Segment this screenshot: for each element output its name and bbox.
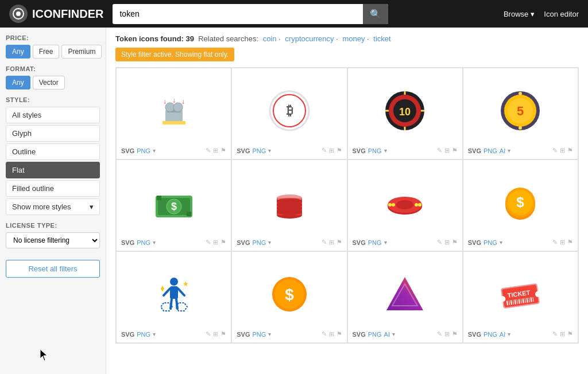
icon-card-8[interactable]: $ SVG PNG ▾ ✎ ⊞ ⚑ xyxy=(463,159,578,251)
icon-card-5[interactable]: $ SVG PNG ▾ ✎ ⊞ ⚑ xyxy=(116,159,231,251)
flag-icon-9[interactable]: ⚑ xyxy=(220,330,226,338)
format-png-7[interactable]: PNG xyxy=(368,239,382,246)
format-svg-4[interactable]: SVG xyxy=(468,147,481,154)
flag-icon-6[interactable]: ⚑ xyxy=(336,239,342,246)
icon-card-10[interactable]: $ SVG PNG ▾ ✎ ⊞ ⚑ xyxy=(231,251,347,343)
format-chevron-icon-6[interactable]: ▾ xyxy=(268,239,271,246)
collection-icon-3[interactable]: ⊞ xyxy=(444,147,450,154)
flag-icon-11[interactable]: ⚑ xyxy=(452,330,458,338)
format-svg-5[interactable]: SVG xyxy=(121,239,134,246)
format-any-button[interactable]: Any xyxy=(6,76,30,89)
style-filled-outline-button[interactable]: Filled outline xyxy=(6,180,100,197)
format-ai-12[interactable]: AI xyxy=(500,331,505,338)
format-png[interactable]: PNG xyxy=(137,147,150,154)
format-svg-10[interactable]: SVG xyxy=(237,331,250,338)
search-input[interactable] xyxy=(113,5,363,23)
format-chevron-icon-5[interactable]: ▾ xyxy=(153,239,156,246)
format-svg-9[interactable]: SVG xyxy=(121,331,134,338)
license-select[interactable]: No license filtering xyxy=(6,232,100,248)
icon-card-12[interactable]: TICKET xyxy=(463,251,578,343)
flag-icon-8[interactable]: ⚑ xyxy=(567,239,573,246)
browse-button[interactable]: Browse ▾ xyxy=(504,10,535,18)
flag-icon-12[interactable]: ⚑ xyxy=(567,330,573,338)
edit-icon-4[interactable]: ✎ xyxy=(552,147,558,154)
logo[interactable]: ICONFINDER xyxy=(9,5,103,23)
related-cryptocurrency[interactable]: cryptocurrency xyxy=(285,34,334,43)
format-png-6[interactable]: PNG xyxy=(252,239,266,246)
edit-icon-3[interactable]: ✎ xyxy=(437,147,442,154)
format-svg-2[interactable]: SVG xyxy=(237,147,250,154)
format-ai-11[interactable]: AI xyxy=(384,331,390,338)
format-chevron-icon-3[interactable]: ▾ xyxy=(384,147,387,154)
collection-icon-12[interactable]: ⊞ xyxy=(560,330,565,338)
format-svg-7[interactable]: SVG xyxy=(353,239,366,246)
flag-icon-4[interactable]: ⚑ xyxy=(567,147,573,154)
format-chevron-icon-7[interactable]: ▾ xyxy=(384,239,387,246)
edit-icon-12[interactable]: ✎ xyxy=(552,330,558,338)
format-png-9[interactable]: PNG xyxy=(137,331,150,338)
icon-card-2[interactable]: ₿ SVG PNG ▾ ✎ ⊞ ⚑ xyxy=(231,68,347,159)
format-svg-8[interactable]: SVG xyxy=(468,239,481,246)
edit-icon-8[interactable]: ✎ xyxy=(552,239,558,246)
format-png-3[interactable]: PNG xyxy=(368,147,382,154)
price-free-button[interactable]: Free xyxy=(33,45,60,59)
format-chevron-icon-12[interactable]: ▾ xyxy=(508,331,510,337)
icon-card-3[interactable]: 10 SVG PNG ▾ ✎ ⊞ ⚑ xyxy=(347,68,463,159)
format-svg-6[interactable]: SVG xyxy=(237,239,250,246)
related-money[interactable]: money xyxy=(342,34,365,43)
collection-icon-9[interactable]: ⊞ xyxy=(213,330,218,338)
flag-icon-7[interactable]: ⚑ xyxy=(452,239,458,246)
format-ai-4[interactable]: AI xyxy=(500,147,505,154)
format-png-10[interactable]: PNG xyxy=(252,331,266,338)
edit-icon[interactable]: ✎ xyxy=(206,147,211,154)
format-chevron-icon-9[interactable]: ▾ xyxy=(153,331,156,337)
format-png-12[interactable]: PNG xyxy=(483,331,497,338)
collection-icon-8[interactable]: ⊞ xyxy=(560,239,565,246)
edit-icon-10[interactable]: ✎ xyxy=(322,330,327,338)
collection-icon-6[interactable]: ⊞ xyxy=(329,239,334,246)
collection-icon-10[interactable]: ⊞ xyxy=(329,330,334,338)
flag-icon-2[interactable]: ⚑ xyxy=(336,147,342,154)
format-png-2[interactable]: PNG xyxy=(252,147,266,154)
edit-icon-2[interactable]: ✎ xyxy=(322,147,327,154)
format-svg[interactable]: SVG xyxy=(121,147,134,154)
edit-icon-5[interactable]: ✎ xyxy=(206,239,211,246)
edit-icon-11[interactable]: ✎ xyxy=(437,330,442,338)
format-chevron-icon-4[interactable]: ▾ xyxy=(508,147,510,154)
collection-icon-11[interactable]: ⊞ xyxy=(444,330,450,338)
edit-icon-7[interactable]: ✎ xyxy=(437,239,442,246)
format-svg-12[interactable]: SVG xyxy=(468,331,481,338)
edit-icon-6[interactable]: ✎ xyxy=(322,239,327,246)
format-png-5[interactable]: PNG xyxy=(137,239,150,246)
icon-editor-link[interactable]: Icon editor xyxy=(544,10,579,18)
style-outline-button[interactable]: Outline xyxy=(6,143,100,160)
collection-icon-5[interactable]: ⊞ xyxy=(213,239,218,246)
format-chevron-icon-8[interactable]: ▾ xyxy=(500,239,502,246)
icon-card-6[interactable]: SVG PNG ▾ ✎ ⊞ ⚑ xyxy=(231,159,347,251)
related-ticket[interactable]: ticket xyxy=(373,34,390,43)
format-chevron-icon[interactable]: ▾ xyxy=(153,147,156,154)
format-png-4[interactable]: PNG xyxy=(483,147,497,154)
price-any-button[interactable]: Any xyxy=(6,45,30,59)
format-png-11[interactable]: PNG xyxy=(368,331,382,338)
related-coin[interactable]: coin xyxy=(263,34,277,43)
flag-icon-10[interactable]: ⚑ xyxy=(336,330,342,338)
format-vector-button[interactable]: Vector xyxy=(33,76,65,89)
format-svg-3[interactable]: SVG xyxy=(353,147,366,154)
search-button[interactable]: 🔍 xyxy=(363,4,388,24)
format-chevron-icon-10[interactable]: ▾ xyxy=(268,331,271,337)
icon-card-4[interactable]: 5 SVG PNG AI ▾ ✎ ⊞ ⚑ xyxy=(463,68,578,159)
collection-icon-7[interactable]: ⊞ xyxy=(444,239,450,246)
price-premium-button[interactable]: Premium xyxy=(61,45,102,59)
icon-card-7[interactable]: SVG PNG ▾ ✎ ⊞ ⚑ xyxy=(347,159,463,251)
format-chevron-icon-2[interactable]: ▾ xyxy=(268,147,271,154)
flag-icon[interactable]: ⚑ xyxy=(220,147,226,154)
format-png-8[interactable]: PNG xyxy=(483,239,497,246)
flag-icon-3[interactable]: ⚑ xyxy=(452,147,458,154)
collection-icon-4[interactable]: ⊞ xyxy=(560,147,565,154)
reset-filters-button[interactable]: Reset all filters xyxy=(6,260,100,278)
format-chevron-icon-11[interactable]: ▾ xyxy=(392,331,395,337)
collection-icon[interactable]: ⊞ xyxy=(213,147,218,154)
icon-card-1[interactable]: ↓ ↓ ↓ SVG PNG ▾ ✎ ⊞ ⚑ xyxy=(116,68,231,159)
collection-icon-2[interactable]: ⊞ xyxy=(329,147,334,154)
